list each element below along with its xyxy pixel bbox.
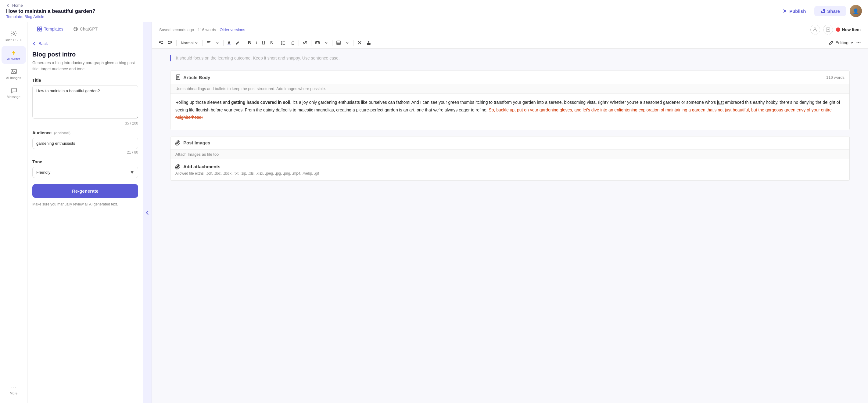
- table-chevron-icon: [346, 41, 349, 44]
- tone-select[interactable]: Friendly Professional Casual Formal Witt…: [32, 167, 138, 178]
- embed-button[interactable]: [313, 39, 322, 46]
- svg-point-38: [857, 42, 858, 44]
- separator-1: [176, 40, 177, 46]
- add-attachments-button[interactable]: Add attachments: [175, 164, 844, 169]
- audience-input[interactable]: [32, 138, 138, 149]
- chatgpt-icon: [73, 27, 78, 31]
- align-dropdown[interactable]: [214, 40, 221, 46]
- editor-area: Saved seconds ago 116 words Older versio…: [152, 22, 868, 403]
- embed-dropdown[interactable]: [322, 40, 330, 46]
- table-button[interactable]: [334, 39, 343, 46]
- panel-collapse-toggle[interactable]: [143, 22, 152, 403]
- article-body-title: Article Body: [183, 75, 210, 80]
- tone-select-wrapper: Friendly Professional Casual Formal Witt…: [32, 167, 138, 178]
- saved-text: Saved seconds ago: [159, 27, 194, 32]
- svg-rect-8: [40, 29, 42, 31]
- sidebar-item-more[interactable]: ··· More: [2, 379, 26, 398]
- separator-4: [244, 40, 244, 46]
- tab-chatgpt-label: ChatGPT: [80, 27, 98, 31]
- clear-format-icon: [358, 40, 362, 45]
- underline-text: just: [717, 100, 724, 105]
- gear-icon: [10, 30, 17, 37]
- regenerate-button[interactable]: Re-generate: [32, 184, 138, 198]
- undo-button[interactable]: [157, 39, 165, 46]
- tab-templates[interactable]: Templates: [32, 22, 68, 36]
- svg-point-10: [814, 28, 816, 30]
- sidebar-item-brief-seo[interactable]: Brief + SEO: [2, 27, 26, 45]
- add-user-button[interactable]: [810, 25, 820, 34]
- table-dropdown[interactable]: [343, 40, 351, 46]
- strikethrough-text: So, buckle up, put on your gardening glo…: [175, 108, 832, 120]
- sidebar-item-ai-images[interactable]: AI Images: [2, 65, 26, 83]
- tab-chatgpt[interactable]: ChatGPT: [68, 22, 102, 36]
- sidebar-item-ai-writer[interactable]: AI Writer: [2, 46, 26, 64]
- text-color-button[interactable]: A: [225, 39, 233, 47]
- avatar[interactable]: 👤: [850, 5, 862, 17]
- post-images-section: Post Images Attach Images as file too Ad…: [170, 136, 850, 181]
- sidebar-label-ai-writer: AI Writer: [7, 57, 20, 61]
- link-icon: [303, 40, 307, 45]
- templates-icon: [37, 27, 42, 31]
- editing-chevron-icon: [850, 41, 854, 44]
- underline-button[interactable]: U: [260, 39, 267, 47]
- article-body-content[interactable]: Rolling up those sleeves and getting han…: [170, 94, 849, 130]
- page-title: How to maintain a beautiful garden?: [6, 8, 95, 15]
- separator-7: [311, 40, 311, 46]
- italic-button[interactable]: I: [254, 39, 259, 47]
- svg-marker-0: [783, 9, 787, 13]
- back-arrow-icon: [32, 41, 37, 46]
- article-body-desc: Use subheadings and bullets to keep the …: [170, 84, 849, 94]
- text-color-a: A: [227, 40, 230, 45]
- share-small-button[interactable]: [823, 25, 833, 34]
- tab-templates-label: Templates: [44, 27, 63, 31]
- style-dropdown[interactable]: Normal: [179, 39, 200, 47]
- share-small-icon: [826, 27, 831, 32]
- tone-field-label: Tone: [32, 160, 138, 164]
- panel-content: Back Blog post intro Generates a blog in…: [27, 36, 143, 403]
- undo-icon: [159, 40, 163, 45]
- underline-text-2: one: [416, 108, 424, 112]
- ordered-list-button[interactable]: 123: [288, 39, 297, 46]
- highlight-button[interactable]: [233, 39, 242, 46]
- new-item-label: New Item: [842, 27, 861, 32]
- post-images-title: Post Images: [183, 140, 210, 145]
- older-versions-link[interactable]: Older versions: [220, 27, 245, 32]
- article-body-header: Article Body 116 words: [170, 71, 849, 84]
- separator-9: [353, 40, 353, 46]
- editor-meta-right: New Item: [810, 25, 861, 34]
- sidebar-label-ai-images: AI Images: [6, 76, 21, 80]
- sidebar-label-brief-seo: Brief + SEO: [5, 38, 22, 42]
- template-name[interactable]: Blog Article: [24, 15, 44, 19]
- separator-2: [202, 40, 203, 46]
- new-item-badge: New Item: [836, 27, 861, 32]
- title-char-count: 35 / 200: [32, 121, 138, 125]
- editor-placeholder: It should focus on the learning outcome.…: [170, 55, 850, 61]
- extra-button[interactable]: [365, 39, 373, 46]
- svg-point-21: [281, 44, 282, 45]
- bullet-list-button[interactable]: [279, 39, 288, 46]
- sidebar-label-more: More: [10, 392, 18, 395]
- home-link[interactable]: Home: [6, 3, 95, 8]
- share-button[interactable]: Share: [814, 6, 846, 16]
- share-icon: [820, 8, 825, 13]
- sidebar-item-message[interactable]: Message: [2, 84, 26, 102]
- doc-icon: [175, 75, 181, 80]
- image-icon: [10, 68, 17, 75]
- editor-content[interactable]: It should focus on the learning outcome.…: [152, 49, 868, 403]
- publish-button[interactable]: Publish: [778, 6, 811, 16]
- redo-button[interactable]: [166, 39, 175, 46]
- back-button[interactable]: Back: [32, 41, 138, 46]
- editing-dropdown[interactable]: Editing: [829, 40, 854, 45]
- clear-format-button[interactable]: [355, 39, 364, 46]
- chevron-left-icon: [6, 3, 10, 8]
- more-options-button[interactable]: [854, 39, 863, 47]
- link-button[interactable]: [301, 39, 309, 46]
- bold-button[interactable]: B: [246, 39, 253, 47]
- highlight-icon: [236, 40, 240, 45]
- svg-rect-35: [367, 44, 370, 45]
- svg-rect-3: [11, 69, 17, 74]
- align-button[interactable]: [204, 39, 213, 46]
- strikethrough-button[interactable]: S: [268, 39, 275, 47]
- title-input[interactable]: How to maintain a beautiful garden?: [32, 85, 138, 119]
- avatar-image: 👤: [850, 5, 862, 17]
